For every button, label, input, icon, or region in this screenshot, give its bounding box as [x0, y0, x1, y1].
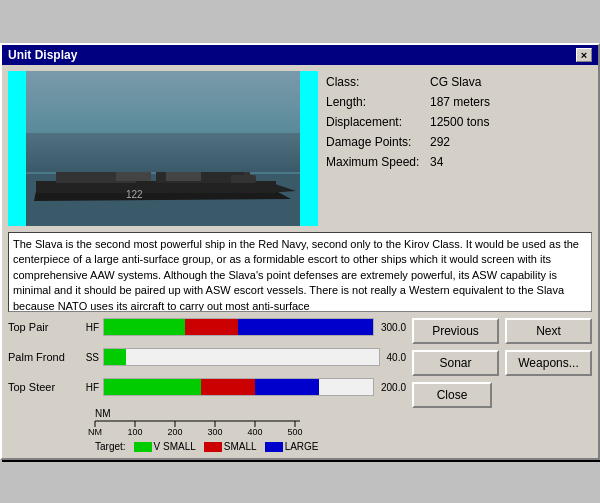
svg-rect-9	[91, 126, 94, 161]
svg-line-11	[93, 126, 116, 146]
buttons-panel: Previous Next Sonar Weapons... Close	[412, 318, 592, 452]
chart-sublabel-2: HF	[77, 382, 99, 393]
next-button[interactable]: Next	[505, 318, 592, 344]
x-axis-group: NM 100 200 300 400 500	[88, 421, 303, 437]
damage-row: Damage Points: 292	[326, 135, 592, 149]
chart-label-2: Top Steer	[8, 381, 73, 393]
svg-text:200: 200	[167, 427, 182, 437]
svg-point-15	[80, 119, 104, 129]
svg-line-13	[166, 121, 187, 143]
bar-sm-2	[201, 379, 255, 395]
legend-lg-color	[265, 442, 283, 452]
bar-vsm-2	[104, 379, 201, 395]
displacement-row: Displacement: 12500 tons	[326, 115, 592, 129]
target-label: Target:	[95, 441, 126, 452]
description-box[interactable]: The Slava is the second most powerful sh…	[8, 232, 592, 312]
svg-rect-0	[26, 71, 300, 166]
displacement-label: Displacement:	[326, 115, 426, 129]
chart-bar-container-0	[103, 318, 374, 336]
sonar-button[interactable]: Sonar	[412, 350, 499, 376]
displacement-value: 12500 tons	[430, 115, 489, 129]
chart-area: Top Pair HF 300.0 Palm Frond SS	[8, 318, 406, 452]
svg-line-10	[71, 126, 91, 146]
cyan-right	[300, 71, 318, 226]
length-value: 187 meters	[430, 95, 490, 109]
svg-line-14	[189, 121, 211, 143]
svg-rect-18	[231, 175, 256, 183]
bar-sm-0	[185, 319, 239, 335]
speed-label: Maximum Speed:	[326, 155, 426, 169]
speed-row: Maximum Speed: 34	[326, 155, 592, 169]
chart-value-0: 300.0	[381, 322, 406, 333]
svg-text:500: 500	[287, 427, 302, 437]
x-tick-300	[219, 408, 281, 419]
svg-rect-21	[116, 171, 151, 181]
weapons-button[interactable]: Weapons...	[505, 350, 592, 376]
damage-label: Damage Points:	[326, 135, 426, 149]
legend-sm: SMALL	[204, 441, 257, 452]
bar-lg-2	[255, 379, 320, 395]
damage-value: 292	[430, 135, 450, 149]
description-text: The Slava is the second most powerful sh…	[13, 238, 579, 312]
class-value: CG Slava	[430, 75, 481, 89]
class-label: Class:	[326, 75, 426, 89]
chart-bar-2	[104, 379, 373, 395]
chart-bar-1	[104, 349, 379, 365]
chart-label-1: Palm Frond	[8, 351, 73, 363]
svg-rect-8	[166, 153, 231, 165]
close-row: Close	[412, 382, 592, 408]
svg-text:300: 300	[207, 427, 222, 437]
info-panel: Class: CG Slava Length: 187 meters Displ…	[326, 71, 592, 226]
svg-rect-19	[244, 171, 250, 179]
bar-lg-0	[238, 319, 372, 335]
chart-bar-0	[104, 319, 373, 335]
x-tick-200	[157, 408, 219, 419]
ship-image: 122	[8, 71, 318, 226]
svg-text:122: 122	[126, 189, 143, 200]
unit-display-window: Unit Display ×	[0, 43, 600, 460]
svg-text:NM: NM	[88, 427, 102, 437]
x-tick-100	[95, 408, 157, 419]
bar-vsm-1	[104, 349, 126, 365]
sonar-weapons-row: Sonar Weapons...	[412, 350, 592, 376]
legend-vsm-label: V SMALL	[154, 441, 196, 452]
length-label: Length:	[326, 95, 426, 109]
legend-vsm: V SMALL	[134, 441, 196, 452]
length-row: Length: 187 meters	[326, 95, 592, 109]
main-content: 122 Class: CG Slava Length: 187 meters D…	[2, 65, 598, 458]
chart-bar-container-2	[103, 378, 374, 396]
x-axis-labels: NM	[95, 408, 406, 419]
svg-rect-20	[76, 174, 98, 182]
legend-lg-label: LARGE	[285, 441, 319, 452]
prev-next-row: Previous Next	[412, 318, 592, 344]
chart-value-2: 200.0	[381, 382, 406, 393]
chart-row-0: Top Pair HF 300.0	[8, 318, 406, 336]
class-row: Class: CG Slava	[326, 75, 592, 89]
chart-value-1: 40.0	[387, 352, 406, 363]
bottom-section: Top Pair HF 300.0 Palm Frond SS	[8, 318, 592, 452]
title-bar: Unit Display ×	[2, 45, 598, 65]
chart-bar-container-1	[103, 348, 380, 366]
previous-button[interactable]: Previous	[412, 318, 499, 344]
chart-row-2: Top Steer HF 200.0	[8, 378, 406, 396]
ship-svg: 122	[26, 71, 300, 226]
speed-value: 34	[430, 155, 443, 169]
svg-rect-22	[166, 171, 201, 181]
x-tick-400	[282, 408, 344, 419]
close-button[interactable]: ×	[576, 48, 592, 62]
x-tick-500	[344, 408, 406, 419]
ship-photo: 122	[26, 71, 300, 226]
legend-sm-label: SMALL	[224, 441, 257, 452]
chart-sublabel-0: HF	[77, 322, 99, 333]
legend-vsm-color	[134, 442, 152, 452]
close-button-main[interactable]: Close	[412, 382, 492, 408]
window-title: Unit Display	[8, 48, 77, 62]
bar-vsm-0	[104, 319, 185, 335]
svg-rect-12	[186, 121, 189, 156]
legend-row: Target: V SMALL SMALL LARGE	[95, 441, 406, 452]
chart-row-1: Palm Frond SS 40.0	[8, 348, 406, 366]
svg-rect-6	[56, 153, 116, 163]
chart-label-0: Top Pair	[8, 321, 73, 333]
svg-text:400: 400	[247, 427, 262, 437]
svg-text:100: 100	[127, 427, 142, 437]
